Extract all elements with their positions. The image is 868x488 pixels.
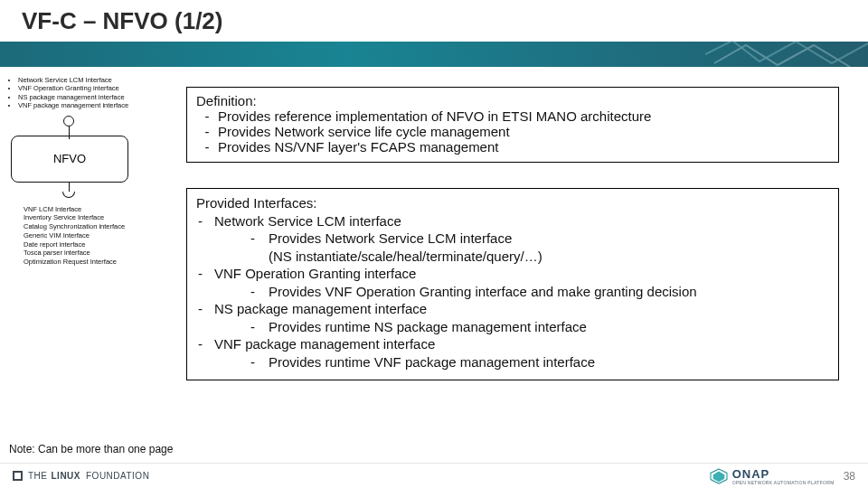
footer: THE LINUX FOUNDATION ONAP OPEN NETWORK A…	[0, 463, 868, 488]
square-icon	[13, 471, 23, 481]
pi-item-sub: Provides VNF Operation Granting interfac…	[269, 283, 697, 301]
required-interface-list: VNF LCM Interface Inventory Service Inte…	[24, 205, 181, 267]
page-number: 38	[844, 470, 855, 483]
title-band	[0, 42, 868, 67]
list-item: Inventory Service Interface	[24, 213, 181, 222]
list-item: VNF package management interface	[18, 101, 181, 109]
pi-item-sub: Provides Network Service LCM interface	[269, 230, 512, 248]
pi-item-sub: Provides runtime VNF package management …	[269, 353, 595, 371]
list-item: Tosca parser interface	[24, 249, 181, 258]
list-item: Optimization Request Interface	[24, 258, 181, 267]
list-item: Generic VIM Interface	[24, 231, 181, 240]
onap-logo: ONAP OPEN NETWORK AUTOMATION PLATFORM	[709, 467, 835, 485]
list-item: Date report interface	[24, 240, 181, 249]
list-item: Network Service LCM Interface	[18, 76, 181, 84]
definition-item: Provides Network service life cycle mana…	[218, 124, 510, 139]
pi-item-name: Network Service LCM interface	[214, 212, 401, 230]
provided-interface-icon	[61, 116, 76, 137]
band-pattern-icon	[705, 36, 868, 72]
required-interface-icon	[61, 182, 76, 202]
footnote: Note: Can be more than one page	[9, 443, 173, 455]
pi-item-sub: Provides runtime NS package management i…	[269, 318, 587, 336]
pi-item-name: VNF package management interface	[214, 335, 435, 353]
definition-heading: Definition:	[196, 93, 829, 108]
slide-title: VF-C – NFVO (1/2)	[22, 7, 222, 35]
list-item: Catalog Synchronization interface	[24, 222, 181, 231]
definition-item: Provides reference implementation of NFV…	[218, 108, 651, 124]
left-column: Network Service LCM Interface VNF Operat…	[5, 76, 181, 267]
pi-item-name: NS package management interface	[214, 300, 427, 318]
component-box: NFVO	[11, 136, 128, 183]
onap-mark-icon	[709, 468, 729, 484]
provided-heading: Provided Interfaces:	[196, 194, 829, 212]
list-item: VNF LCM Interface	[24, 205, 181, 214]
slide: VF-C – NFVO (1/2) Network Service LCM In…	[0, 0, 868, 488]
provided-interface-bullets: Network Service LCM Interface VNF Operat…	[18, 76, 181, 110]
svg-marker-1	[712, 471, 724, 482]
definition-item: Provides NS/VNF layer's FCAPS management	[218, 139, 498, 155]
pi-item-sub: (NS instantiate/scale/heal/terminate/que…	[196, 248, 829, 266]
definition-box: Definition: -Provides reference implemen…	[186, 87, 839, 163]
component-label: NFVO	[53, 152, 86, 165]
list-item: VNF Operation Granting interface	[18, 84, 181, 92]
linux-foundation-logo: THE LINUX FOUNDATION	[13, 471, 149, 481]
pi-item-name: VNF Operation Granting interface	[214, 265, 416, 283]
list-item: NS package management interface	[18, 93, 181, 101]
right-column: Definition: -Provides reference implemen…	[186, 87, 839, 380]
provided-interfaces-box: Provided Interfaces: -Network Service LC…	[186, 188, 839, 380]
